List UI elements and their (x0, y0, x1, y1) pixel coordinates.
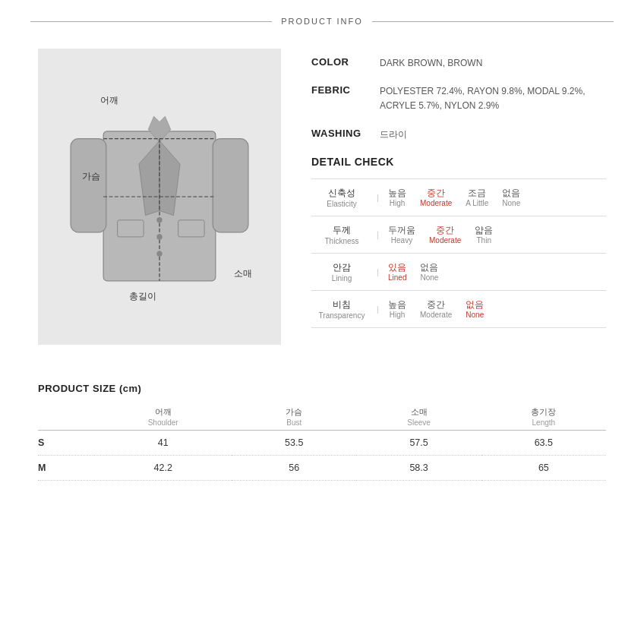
opt-english: Thin (475, 236, 493, 245)
options-wrap: 있음Lined없음None (388, 262, 601, 282)
row-english: Elasticity (316, 200, 368, 208)
row-korean: 안감 (316, 261, 368, 274)
color-label: COLOR (311, 56, 380, 68)
size-header-cell: 어깨Shoulder (94, 406, 232, 431)
size-data-row: S4153.557.563.5 (38, 431, 606, 456)
opt-english: High (388, 311, 406, 319)
svg-point-9 (156, 217, 162, 223)
header-line-right (372, 21, 614, 22)
detail-check-title: DETAIL CHECK (311, 156, 606, 168)
divider: | (372, 178, 384, 216)
size-header-cell: 총기장Length (481, 406, 606, 431)
jacket-illustration (61, 75, 258, 318)
size-cell: M (38, 456, 94, 481)
size-section: PRODUCT SIZE (cm) 어깨Shoulder가슴Bust소매Slee… (0, 368, 644, 511)
opt-korean: 조금 (466, 188, 488, 199)
size-cell: 63.5 (481, 431, 606, 456)
option-item: 있음Lined (388, 262, 406, 282)
opt-korean: 두꺼움 (388, 225, 415, 236)
option-item: 두꺼움Heavy (388, 225, 415, 245)
row-english: Transparency (316, 311, 368, 320)
length-label: 총길이 (129, 290, 156, 303)
size-table: 어깨Shoulder가슴Bust소매Sleeve총기장Length S4153.… (38, 406, 606, 481)
size-cell: 58.3 (356, 456, 481, 481)
col-korean: 가슴 (286, 407, 302, 416)
opt-english: None (420, 273, 438, 282)
opt-english: Moderate (429, 236, 461, 245)
row-korean: 두께 (316, 224, 368, 237)
size-header-cell: 가슴Bust (232, 406, 356, 431)
option-item: 없음None (466, 299, 484, 319)
svg-rect-4 (213, 139, 248, 232)
washing-row: WASHING 드라이 (311, 128, 606, 142)
size-cell: 53.5 (232, 431, 356, 456)
size-header-cell: 소매Sleeve (356, 406, 481, 431)
opt-korean: 중간 (420, 188, 452, 199)
chest-label: 가슴 (82, 170, 100, 183)
option-item: 높음High (388, 188, 406, 207)
opt-korean: 높음 (388, 188, 406, 199)
product-image: 어깨 가슴 총길이 소매 (38, 49, 281, 345)
color-value: DARK BROWN, BROWN (380, 56, 482, 71)
col-english: Shoulder (148, 418, 178, 427)
size-cell: 57.5 (356, 431, 481, 456)
header-line-left (30, 21, 272, 22)
opt-english: Heavy (388, 236, 415, 245)
col-english: Sleeve (407, 418, 431, 427)
opt-korean: 없음 (466, 299, 484, 311)
opt-korean: 높음 (388, 299, 406, 311)
opt-korean: 없음 (502, 188, 520, 199)
fabric-value: POLYESTER 72.4%, RAYON 9.8%, MODAL 9.2%,… (380, 84, 606, 113)
opt-english: Moderate (420, 311, 452, 319)
option-item: 얇음Thin (475, 225, 493, 245)
page-header: PRODUCT INFO (0, 0, 644, 33)
detail-row: 신축성Elasticity|높음High중간Moderate조금A Little… (311, 178, 606, 216)
option-item: 중간Moderate (420, 299, 452, 319)
opt-korean: 중간 (420, 299, 452, 311)
svg-point-11 (156, 251, 162, 256)
color-row: COLOR DARK BROWN, BROWN (311, 56, 606, 71)
detail-table: 신축성Elasticity|높음High중간Moderate조금A Little… (311, 178, 606, 328)
col-korean: 소매 (411, 407, 428, 416)
size-cell: S (38, 431, 94, 456)
opt-english: None (502, 199, 520, 207)
opt-korean: 얇음 (475, 225, 493, 236)
washing-value: 드라이 (380, 128, 407, 142)
option-item: 중간Moderate (429, 225, 461, 245)
option-item: 없음None (502, 188, 520, 207)
shoulder-label: 어깨 (100, 94, 118, 107)
option-item: 조금A Little (466, 188, 488, 207)
option-item: 높음High (388, 299, 406, 319)
opt-english: None (466, 311, 484, 319)
opt-korean: 없음 (420, 262, 438, 273)
size-data-row: M42.25658.365 (38, 456, 606, 481)
row-english: Lining (316, 274, 368, 283)
options-wrap: 두꺼움Heavy중간Moderate얇음Thin (388, 225, 601, 245)
divider: | (372, 290, 384, 327)
options-wrap: 높음High중간Moderate조금A Little없음None (388, 188, 601, 207)
page-title: PRODUCT INFO (281, 17, 363, 26)
detail-row: 안감Lining|있음Lined없음None (311, 253, 606, 290)
detail-row: 비침Transparency|높음High중간Moderate없음None (311, 290, 606, 327)
row-korean: 신축성 (316, 187, 368, 200)
col-korean: 총기장 (531, 407, 556, 416)
size-table-body: S4153.557.563.5M42.25658.365 (38, 431, 606, 481)
size-table-header: 어깨Shoulder가슴Bust소매Sleeve총기장Length (38, 406, 606, 431)
option-item: 중간Moderate (420, 188, 452, 207)
opt-english: Moderate (420, 199, 452, 207)
col-english: Length (532, 418, 556, 427)
detail-row: 두께Thickness|두꺼움Heavy중간Moderate얇음Thin (311, 216, 606, 253)
fabric-label: FEBRIC (311, 84, 380, 96)
opt-english: High (388, 199, 406, 207)
size-cell: 42.2 (94, 456, 232, 481)
size-cell: 56 (232, 456, 356, 481)
col-english: Bust (286, 418, 301, 427)
row-korean: 비침 (316, 298, 368, 311)
opt-english: Lined (388, 273, 406, 282)
product-info-panel: COLOR DARK BROWN, BROWN FEBRIC POLYESTER… (311, 49, 606, 345)
fabric-row: FEBRIC POLYESTER 72.4%, RAYON 9.8%, MODA… (311, 84, 606, 113)
washing-label: WASHING (311, 128, 380, 139)
option-item: 없음None (420, 262, 438, 282)
opt-korean: 있음 (388, 262, 406, 273)
main-content: 어깨 가슴 총길이 소매 COLOR DARK BROWN, BROWN FEB… (0, 33, 644, 368)
